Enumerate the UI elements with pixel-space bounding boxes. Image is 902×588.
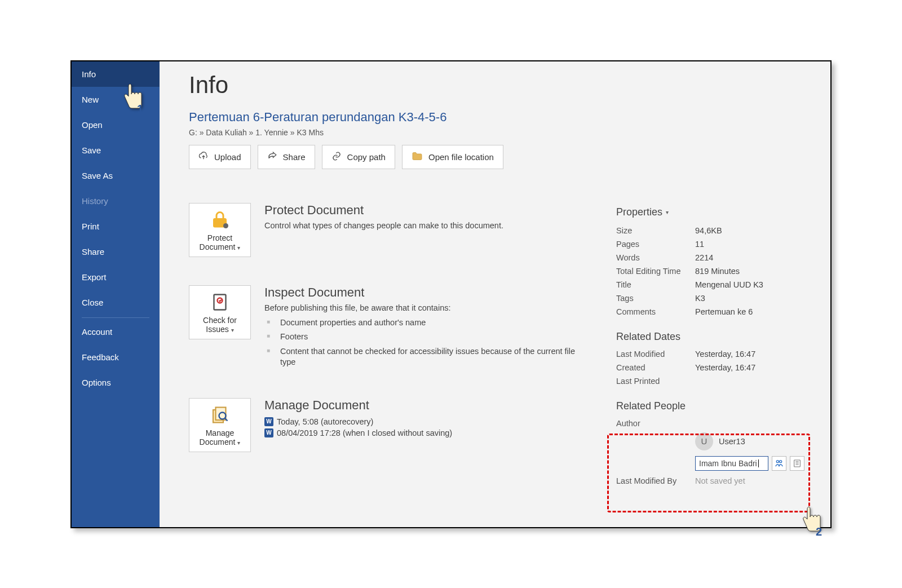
protect-section: Protect Document Protect Document Contro…	[189, 203, 594, 257]
backstage-frame: Info New Open Save Save As History Print…	[70, 60, 832, 528]
inspect-section: Check for Issues Inspect Document Before…	[189, 285, 594, 370]
lock-key-icon	[210, 209, 230, 231]
word-document-icon: W	[264, 417, 273, 426]
check-for-issues-tile[interactable]: Check for Issues	[189, 285, 251, 339]
prop-size: Size94,6KB	[616, 224, 813, 237]
callout-number-2: 2	[816, 525, 822, 538]
sections-column: Protect Document Protect Document Contro…	[189, 203, 594, 485]
manage-tile-label: Manage Document	[200, 428, 236, 446]
action-row: Upload Share Copy path Open file locatio…	[189, 145, 813, 169]
document-title: Pertemuan 6-Peraturan perundangan K3-4-5…	[189, 110, 813, 125]
page-title: Info	[189, 72, 813, 99]
inspect-issue-item: Document properties and author's name	[267, 316, 577, 330]
prop-created: CreatedYesterday, 16:47	[616, 361, 813, 374]
recovery-version-label: Today, 5:08 (autorecovery)	[277, 417, 373, 426]
open-file-location-label: Open file location	[428, 152, 494, 162]
prop-author: Author	[616, 417, 813, 430]
prop-last-modified-by: Last Modified By Not saved yet	[616, 476, 813, 485]
avatar: U	[695, 432, 713, 450]
copy-path-label: Copy path	[347, 152, 386, 162]
upload-button[interactable]: Upload	[189, 145, 251, 169]
manage-body: Manage Document W Today, 5:08 (autorecov…	[264, 398, 452, 439]
sidebar-item-close[interactable]: Close	[72, 290, 160, 315]
prop-words: Words2214	[616, 251, 813, 264]
inspect-desc: Before publishing this file, be aware th…	[264, 303, 577, 312]
prop-editing-time: Total Editing Time819 Minutes	[616, 264, 813, 278]
content-area: Protect Document Protect Document Contro…	[189, 203, 813, 485]
prop-tags[interactable]: TagsK3	[616, 291, 813, 305]
prop-pages: Pages11	[616, 237, 813, 251]
sidebar-item-feedback[interactable]: Feedback	[72, 344, 160, 370]
svg-point-0	[223, 223, 228, 228]
protect-body: Protect Document Control what types of c…	[264, 203, 503, 233]
related-dates-header: Related Dates	[616, 331, 813, 343]
author-entry[interactable]: U User13	[695, 432, 813, 450]
sidebar-item-export[interactable]: Export	[72, 264, 160, 290]
inspect-issue-list: Document properties and author's name Fo…	[264, 316, 577, 370]
protect-title: Protect Document	[264, 203, 503, 218]
properties-panel: Properties Size94,6KB Pages11 Words2214 …	[616, 203, 813, 485]
address-book-button[interactable]	[790, 456, 804, 471]
breadcrumb: G: » Data Kuliah » 1. Yennie » K3 Mhs	[189, 128, 813, 137]
recovery-version-label: 08/04/2019 17:28 (when I closed without …	[277, 428, 452, 437]
document-check-icon	[210, 291, 230, 313]
upload-label: Upload	[214, 152, 241, 162]
protect-desc: Control what types of changes people can…	[264, 221, 503, 230]
copy-path-button[interactable]: Copy path	[322, 145, 395, 169]
svg-rect-8	[794, 460, 801, 467]
svg-point-7	[780, 460, 782, 462]
related-people-header: Related People	[616, 400, 813, 412]
sidebar-item-info[interactable]: Info	[72, 61, 160, 87]
backstage-sidebar: Info New Open Save Save As History Print…	[72, 61, 160, 527]
protect-tile-label: Protect Document	[200, 233, 236, 251]
prop-title[interactable]: TitleMengenal UUD K3	[616, 278, 813, 291]
properties-dropdown[interactable]: Properties	[616, 206, 813, 218]
inspect-issue-item: Footers	[267, 330, 577, 344]
manage-document-tile[interactable]: Manage Document	[189, 398, 251, 452]
prop-last-modified: Last ModifiedYesterday, 16:47	[616, 347, 813, 361]
svg-point-6	[776, 460, 779, 462]
main-panel: Info Pertemuan 6-Peraturan perundangan K…	[160, 61, 830, 527]
inspect-title: Inspect Document	[264, 285, 577, 300]
document-stack-icon	[210, 404, 230, 426]
inspect-body: Inspect Document Before publishing this …	[264, 285, 577, 370]
verify-names-button[interactable]	[772, 456, 786, 471]
sidebar-item-save[interactable]: Save	[72, 138, 160, 163]
open-file-location-button[interactable]: Open file location	[402, 145, 503, 169]
manage-title: Manage Document	[264, 398, 452, 413]
folder-icon	[412, 152, 423, 162]
share-arrow-icon	[267, 151, 277, 163]
recovery-version-row[interactable]: W 08/04/2019 17:28 (when I closed withou…	[264, 427, 452, 439]
prop-last-printed: Last Printed	[616, 374, 813, 388]
share-button[interactable]: Share	[258, 145, 315, 169]
add-author-row: Imam Ibnu Badri	[695, 456, 813, 471]
sidebar-item-save-as[interactable]: Save As	[72, 163, 160, 188]
sidebar-item-history[interactable]: History	[72, 188, 160, 214]
cloud-upload-icon	[198, 151, 209, 163]
sidebar-item-share[interactable]: Share	[72, 239, 160, 264]
sidebar-item-print[interactable]: Print	[72, 214, 160, 239]
manage-section: Manage Document Manage Document W Today,…	[189, 398, 594, 452]
sidebar-item-new[interactable]: New	[72, 87, 160, 112]
protect-document-tile[interactable]: Protect Document	[189, 203, 251, 257]
word-document-icon: W	[264, 428, 273, 437]
link-icon	[331, 151, 342, 163]
sidebar-separator	[82, 317, 149, 318]
author-name: User13	[719, 437, 745, 446]
share-label: Share	[283, 152, 306, 162]
sidebar-item-options[interactable]: Options	[72, 370, 160, 395]
sidebar-item-account[interactable]: Account	[72, 319, 160, 344]
inspect-issue-item: Content that cannot be checked for acces…	[267, 344, 577, 370]
add-author-input[interactable]: Imam Ibnu Badri	[695, 456, 768, 471]
recovery-version-row[interactable]: W Today, 5:08 (autorecovery)	[264, 416, 452, 427]
sidebar-item-open[interactable]: Open	[72, 112, 160, 138]
prop-comments[interactable]: CommentsPertemuan ke 6	[616, 305, 813, 319]
